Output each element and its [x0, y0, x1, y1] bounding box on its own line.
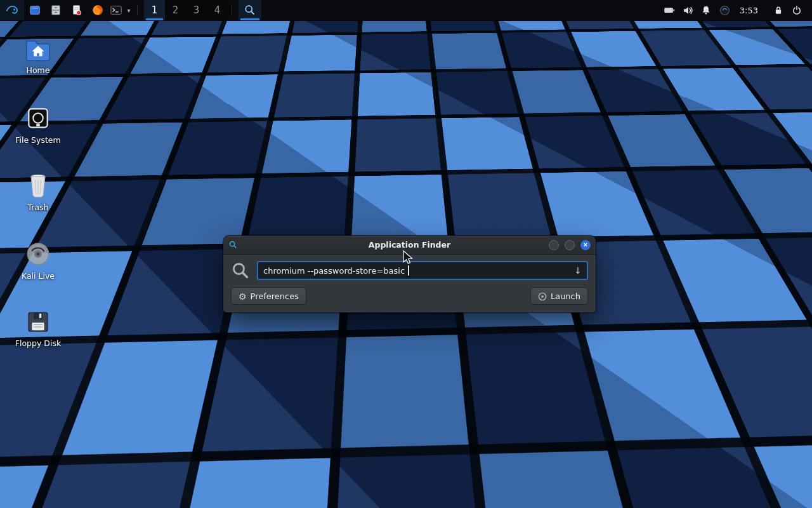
desktop-icon-label: Trash: [25, 203, 51, 213]
launch-button[interactable]: Launch: [530, 288, 588, 305]
search-icon: [244, 4, 256, 17]
search-icon: [231, 261, 250, 280]
document-icon: [70, 4, 83, 17]
home-folder-icon: [23, 36, 53, 62]
desktop-icon-label: Home: [24, 65, 53, 76]
application-finder-window: Application Finder × chromium --password…: [223, 236, 596, 312]
entry-dropdown-arrow[interactable]: ↓: [569, 265, 582, 276]
gear-icon: ⚙: [239, 292, 247, 301]
power-icon[interactable]: [787, 0, 806, 21]
preferences-label: Preferences: [251, 291, 299, 301]
panel-separator: [137, 4, 138, 16]
trash-icon: [25, 171, 51, 199]
minimize-button[interactable]: [549, 240, 559, 250]
desktop-icon-home[interactable]: Home: [8, 36, 69, 76]
floppy-disk-icon: [25, 309, 51, 335]
kali-menu-icon: [5, 3, 19, 17]
workspace-1[interactable]: 1: [144, 0, 165, 20]
run-icon: [538, 292, 547, 301]
dialog-body: chromium --password-store=basic ↓ ⚙ Pref…: [223, 255, 596, 312]
top-panel: ▾ 1 2 3 4: [0, 0, 812, 21]
panel-clock[interactable]: 3:53: [734, 6, 764, 15]
terminal-icon: [110, 4, 122, 17]
panel-right-group: 3:53: [660, 0, 812, 20]
workspace-4[interactable]: 4: [207, 0, 228, 20]
desktop-icon-kali-live[interactable]: Kali Live: [8, 240, 69, 281]
battery-icon[interactable]: [660, 0, 679, 21]
window-controls: ×: [549, 240, 591, 250]
maximize-button[interactable]: [565, 240, 575, 250]
launcher-files-button[interactable]: [24, 0, 45, 20]
applications-menu-button[interactable]: [0, 0, 24, 20]
panel-separator: [232, 4, 232, 16]
desktop-screen: ▾ 1 2 3 4: [0, 0, 812, 508]
launcher-terminal-button[interactable]: [108, 0, 124, 20]
desktop-icon-label: Kali Live: [19, 271, 57, 281]
desktop-icon-file-system[interactable]: File System: [8, 104, 69, 145]
window-title: Application Finder: [223, 240, 596, 250]
workspace-3[interactable]: 3: [186, 0, 207, 20]
desktop-icon-label: File System: [13, 135, 63, 145]
chevron-down-icon: ▾: [127, 7, 130, 14]
workspace-2[interactable]: 2: [165, 0, 186, 20]
window-search-icon: [228, 240, 238, 250]
lock-icon[interactable]: [769, 0, 787, 21]
desktop-icon-trash[interactable]: Trash: [8, 171, 69, 213]
panel-left-group: ▾ 1 2 3 4: [0, 0, 261, 20]
optical-disc-icon: [24, 240, 52, 268]
launcher-texteditor-button[interactable]: [66, 0, 87, 20]
desktop-icon-floppy-disk[interactable]: Floppy Disk: [8, 309, 69, 349]
preferences-button[interactable]: ⚙ Preferences: [231, 288, 306, 305]
file-cabinet-icon: [49, 4, 62, 17]
terminal-dropdown-chevron[interactable]: ▾: [124, 0, 133, 20]
close-icon: ×: [584, 241, 587, 248]
command-text: chromium --password-store=basic: [263, 266, 407, 276]
workspace-switcher: 1 2 3 4: [144, 0, 228, 20]
text-caret: [408, 265, 409, 276]
window-icon: [29, 4, 41, 17]
titlebar[interactable]: Application Finder ×: [223, 236, 596, 255]
desktop-icon-label: Floppy Disk: [13, 338, 63, 349]
launch-label: Launch: [551, 291, 580, 301]
status-tray-icon[interactable]: [716, 0, 734, 21]
file-system-drive-icon: [24, 104, 52, 132]
launcher-firefox-button[interactable]: [87, 0, 108, 20]
close-button[interactable]: ×: [580, 240, 591, 250]
taskbar-application-finder[interactable]: [239, 0, 261, 20]
firefox-icon: [91, 4, 104, 17]
command-input[interactable]: chromium --password-store=basic ↓: [257, 261, 588, 280]
launcher-filemanager-button[interactable]: [45, 0, 66, 20]
volume-icon[interactable]: [679, 0, 697, 21]
notifications-bell-icon[interactable]: [697, 0, 716, 21]
